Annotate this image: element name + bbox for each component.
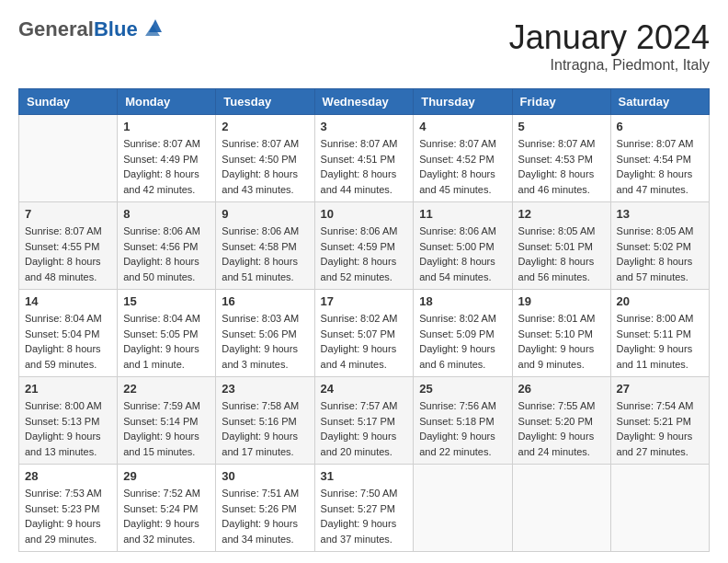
calendar-cell: 24 Sunrise: 7:57 AMSunset: 5:17 PMDaylig… [314, 377, 414, 465]
day-number: 6 [617, 120, 703, 133]
day-info: Sunrise: 7:55 AMSunset: 5:20 PMDaylight:… [518, 398, 605, 459]
week-row-4: 21 Sunrise: 8:00 AMSunset: 5:13 PMDaylig… [19, 377, 710, 465]
day-info: Sunrise: 8:00 AMSunset: 5:11 PMDaylight:… [617, 311, 703, 372]
day-number: 23 [222, 382, 308, 396]
calendar-cell: 27 Sunrise: 7:54 AMSunset: 5:21 PMDaylig… [610, 377, 709, 465]
calendar-cell: 22 Sunrise: 7:59 AMSunset: 5:14 PMDaylig… [118, 377, 216, 465]
week-row-5: 28 Sunrise: 7:53 AMSunset: 5:23 PMDaylig… [19, 465, 710, 552]
day-number: 22 [123, 382, 210, 396]
day-number: 18 [419, 294, 506, 308]
day-number: 13 [617, 207, 703, 221]
day-info: Sunrise: 8:06 AMSunset: 5:00 PMDaylight:… [419, 224, 506, 284]
calendar-cell: 17 Sunrise: 8:02 AMSunset: 5:07 PMDaylig… [314, 290, 414, 377]
day-number: 17 [321, 294, 408, 308]
calendar-cell: 20 Sunrise: 8:00 AMSunset: 5:11 PMDaylig… [610, 290, 709, 377]
logo-icon [145, 16, 165, 36]
calendar-cell: 14 Sunrise: 8:04 AMSunset: 5:04 PMDaylig… [19, 290, 118, 377]
day-number: 4 [419, 120, 506, 133]
day-info: Sunrise: 8:07 AMSunset: 4:51 PMDaylight:… [321, 136, 408, 197]
day-number: 21 [25, 382, 111, 396]
calendar-cell: 31 Sunrise: 7:50 AMSunset: 5:27 PMDaylig… [314, 465, 414, 552]
day-info: Sunrise: 8:01 AMSunset: 5:10 PMDaylight:… [518, 311, 605, 372]
logo-blue-text: Blue [94, 17, 138, 40]
header-wednesday: Wednesday [314, 89, 414, 115]
header-thursday: Thursday [414, 89, 512, 115]
calendar-cell: 7 Sunrise: 8:07 AMSunset: 4:55 PMDayligh… [19, 202, 118, 290]
calendar-cell: 28 Sunrise: 7:53 AMSunset: 5:23 PMDaylig… [19, 465, 118, 552]
calendar-cell: 30 Sunrise: 7:51 AMSunset: 5:26 PMDaylig… [216, 465, 314, 552]
day-info: Sunrise: 8:04 AMSunset: 5:05 PMDaylight:… [123, 311, 210, 372]
week-row-3: 14 Sunrise: 8:04 AMSunset: 5:04 PMDaylig… [19, 290, 710, 377]
day-info: Sunrise: 7:56 AMSunset: 5:18 PMDaylight:… [419, 398, 506, 459]
calendar-cell: 8 Sunrise: 8:06 AMSunset: 4:56 PMDayligh… [118, 202, 216, 290]
day-number: 8 [123, 207, 210, 221]
day-info: Sunrise: 7:59 AMSunset: 5:14 PMDaylight:… [123, 398, 210, 459]
header-monday: Monday [118, 89, 216, 115]
calendar-cell: 15 Sunrise: 8:04 AMSunset: 5:05 PMDaylig… [118, 290, 216, 377]
day-info: Sunrise: 7:53 AMSunset: 5:23 PMDaylight:… [25, 486, 111, 546]
calendar-cell [19, 115, 118, 202]
calendar-cell: 10 Sunrise: 8:06 AMSunset: 4:59 PMDaylig… [314, 202, 414, 290]
calendar-cell: 9 Sunrise: 8:06 AMSunset: 4:58 PMDayligh… [216, 202, 314, 290]
calendar-cell: 3 Sunrise: 8:07 AMSunset: 4:51 PMDayligh… [314, 115, 414, 202]
day-info: Sunrise: 8:06 AMSunset: 4:56 PMDaylight:… [123, 224, 210, 284]
day-info: Sunrise: 8:06 AMSunset: 4:59 PMDaylight:… [321, 224, 408, 284]
day-info: Sunrise: 8:04 AMSunset: 5:04 PMDaylight:… [25, 311, 111, 372]
day-info: Sunrise: 8:07 AMSunset: 4:54 PMDaylight:… [617, 136, 703, 197]
day-info: Sunrise: 8:02 AMSunset: 5:09 PMDaylight:… [419, 311, 506, 372]
day-number: 29 [123, 469, 210, 483]
day-number: 30 [222, 469, 308, 483]
day-number: 19 [518, 294, 605, 308]
calendar-cell: 21 Sunrise: 8:00 AMSunset: 5:13 PMDaylig… [19, 377, 118, 465]
day-info: Sunrise: 8:05 AMSunset: 5:01 PMDaylight:… [518, 224, 605, 284]
day-info: Sunrise: 7:57 AMSunset: 5:17 PMDaylight:… [321, 398, 408, 459]
week-row-2: 7 Sunrise: 8:07 AMSunset: 4:55 PMDayligh… [19, 202, 710, 290]
calendar-cell: 16 Sunrise: 8:03 AMSunset: 5:06 PMDaylig… [216, 290, 314, 377]
calendar-table: SundayMondayTuesdayWednesdayThursdayFrid… [18, 88, 710, 552]
location-subtitle: Intragna, Piedmont, Italy [509, 57, 710, 74]
day-number: 31 [321, 469, 408, 483]
day-number: 7 [25, 207, 111, 221]
day-info: Sunrise: 8:06 AMSunset: 4:58 PMDaylight:… [222, 224, 308, 284]
day-number: 15 [123, 294, 210, 308]
day-info: Sunrise: 8:07 AMSunset: 4:53 PMDaylight:… [518, 136, 605, 197]
day-number: 10 [321, 207, 408, 221]
day-info: Sunrise: 7:54 AMSunset: 5:21 PMDaylight:… [617, 398, 703, 459]
calendar-cell [414, 465, 512, 552]
header-saturday: Saturday [610, 89, 709, 115]
header-sunday: Sunday [19, 89, 118, 115]
calendar-cell: 1 Sunrise: 8:07 AMSunset: 4:49 PMDayligh… [118, 115, 216, 202]
day-info: Sunrise: 8:07 AMSunset: 4:49 PMDaylight:… [123, 136, 210, 197]
week-row-1: 1 Sunrise: 8:07 AMSunset: 4:49 PMDayligh… [19, 115, 710, 202]
calendar-cell: 23 Sunrise: 7:58 AMSunset: 5:16 PMDaylig… [216, 377, 314, 465]
calendar-cell: 18 Sunrise: 8:02 AMSunset: 5:09 PMDaylig… [414, 290, 512, 377]
day-number: 1 [123, 120, 210, 133]
calendar-cell: 2 Sunrise: 8:07 AMSunset: 4:50 PMDayligh… [216, 115, 314, 202]
day-info: Sunrise: 8:07 AMSunset: 4:55 PMDaylight:… [25, 224, 111, 284]
calendar-cell: 25 Sunrise: 7:56 AMSunset: 5:18 PMDaylig… [414, 377, 512, 465]
logo-general-text: General [18, 17, 94, 40]
day-number: 28 [25, 469, 111, 483]
day-info: Sunrise: 7:52 AMSunset: 5:24 PMDaylight:… [123, 486, 210, 546]
day-info: Sunrise: 8:07 AMSunset: 4:52 PMDaylight:… [419, 136, 506, 197]
day-number: 26 [518, 382, 605, 396]
calendar-cell [610, 465, 709, 552]
day-number: 11 [419, 207, 506, 221]
header-friday: Friday [512, 89, 610, 115]
day-info: Sunrise: 7:51 AMSunset: 5:26 PMDaylight:… [222, 486, 308, 546]
month-title: January 2024 [509, 18, 710, 57]
day-number: 3 [321, 120, 408, 133]
day-number: 14 [25, 294, 111, 308]
day-number: 25 [419, 382, 506, 396]
calendar-cell: 26 Sunrise: 7:55 AMSunset: 5:20 PMDaylig… [512, 377, 610, 465]
day-number: 5 [518, 120, 605, 133]
day-number: 16 [222, 294, 308, 308]
day-info: Sunrise: 8:03 AMSunset: 5:06 PMDaylight:… [222, 311, 308, 372]
day-number: 9 [222, 207, 308, 221]
header-row: SundayMondayTuesdayWednesdayThursdayFrid… [19, 89, 710, 115]
day-number: 27 [617, 382, 703, 396]
calendar-cell: 29 Sunrise: 7:52 AMSunset: 5:24 PMDaylig… [118, 465, 216, 552]
day-info: Sunrise: 7:58 AMSunset: 5:16 PMDaylight:… [222, 398, 308, 459]
day-info: Sunrise: 8:00 AMSunset: 5:13 PMDaylight:… [25, 398, 111, 459]
calendar-cell: 5 Sunrise: 8:07 AMSunset: 4:53 PMDayligh… [512, 115, 610, 202]
